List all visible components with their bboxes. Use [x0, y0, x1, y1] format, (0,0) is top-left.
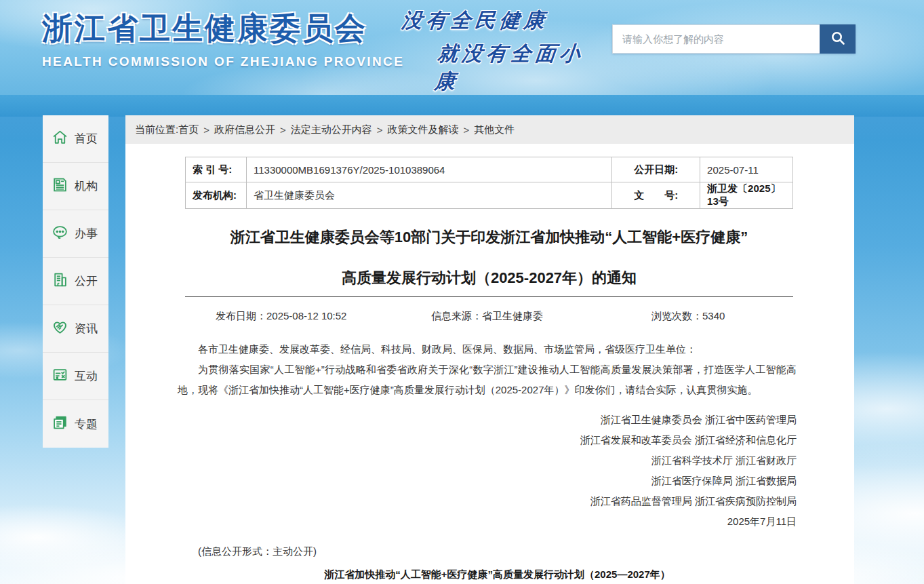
site-header: 浙江省卫生健康委员会 HEALTH COMMISSION OF ZHEJIANG… [0, 0, 924, 95]
disclosure-note: (信息公开形式：主动公开) [178, 541, 797, 562]
chat-icon [52, 224, 68, 244]
pub-date: 发布日期：2025-08-12 10:52 [216, 310, 346, 323]
sidebar-item-label: 专题 [75, 416, 98, 432]
pages-icon [52, 414, 68, 434]
home-icon [52, 129, 68, 149]
sidebar-item-label: 公开 [75, 273, 98, 289]
issuing-agency-value: 省卫生健康委员会 [246, 182, 611, 209]
issuing-agency-label: 发布机构: [186, 182, 247, 209]
signature-date: 2025年7月11日 [178, 511, 797, 532]
breadcrumb-prefix: 当前位置: [135, 123, 178, 136]
form-icon [52, 366, 68, 386]
slogan-line1: 没有全民健康 [401, 7, 607, 35]
content-panel: 当前位置: 首页 > 政府信息公开 > 法定主动公开内容 > 政策文件及解读 >… [125, 115, 854, 584]
pub-views-value: 5340 [702, 310, 725, 322]
table-row: 发布机构: 省卫生健康委员会 文 号: 浙卫发〔2025〕13号 [186, 182, 793, 209]
breadcrumb-separator: > [280, 124, 286, 136]
signature-line: 浙江省医疗保障局 浙江省数据局 [178, 471, 797, 491]
sidebar-item-label: 机构 [75, 178, 98, 194]
signature-line: 浙江省卫生健康委员会 浙江省中医药管理局 [178, 410, 797, 430]
breadcrumb-separator: > [203, 124, 209, 136]
breadcrumb: 当前位置: 首页 > 政府信息公开 > 法定主动公开内容 > 政策文件及解读 >… [125, 115, 854, 144]
breadcrumb-item-policy-docs[interactable]: 政策文件及解读 [387, 123, 458, 136]
breadcrumb-separator: > [377, 124, 383, 136]
sidebar-item-news[interactable]: 资讯 [43, 305, 108, 353]
signature-line: 浙江省科学技术厅 浙江省财政厅 [178, 450, 797, 471]
sidebar-item-services[interactable]: 办事 [43, 210, 108, 258]
search-button[interactable] [820, 24, 856, 54]
pub-info: 发布日期：2025-08-12 10:52 信息来源：省卫生健康委 浏览次数：5… [185, 310, 793, 326]
pub-views: 浏览次数：5340 [651, 310, 725, 323]
pub-date-value: 2025-08-12 10:52 [266, 310, 346, 322]
pub-source: 信息来源：省卫生健康委 [431, 310, 543, 323]
breadcrumb-separator: > [463, 124, 469, 136]
document-icon [52, 176, 68, 196]
page-title-line1: 浙江省卫生健康委员会等10部门关于印发浙江省加快推动“人工智能+医疗健康” [185, 217, 793, 258]
pub-views-label: 浏览次数： [651, 310, 702, 322]
table-row: 索 引 号: 11330000MB1691376Y/2025-101038906… [186, 157, 793, 182]
article-body: 各市卫生健康委、发展改革委、经信局、科技局、财政局、医保局、数据局、市场监管局，… [178, 339, 797, 584]
pub-date-label: 发布日期： [216, 310, 266, 322]
search-input[interactable] [612, 24, 820, 54]
sidebar: 首页 机构 办事 [43, 115, 108, 448]
signature-block: 浙江省卫生健康委员会 浙江省中医药管理局 浙江省发展和改革委员会 浙江省经济和信… [178, 410, 797, 532]
publish-date-value: 2025-07-11 [700, 157, 793, 182]
sidebar-item-home[interactable]: 首页 [43, 115, 108, 163]
site-title: 浙江省卫生健康委员会 [42, 8, 367, 49]
attachment-title: 浙江省加快推动“人工智能+医疗健康”高质量发展行动计划（2025—2027年） [178, 564, 797, 584]
paragraph-salutation: 各市卫生健康委、发展改革委、经信局、科技局、财政局、医保局、数据局、市场监管局，… [178, 339, 797, 359]
sidebar-item-label: 办事 [75, 226, 98, 241]
breadcrumb-item-gov-info[interactable]: 政府信息公开 [214, 123, 275, 136]
site-subtitle: HEALTH COMMISSION OF ZHEJIANG PROVINCE [42, 54, 404, 69]
title-divider [185, 296, 793, 297]
search-icon [830, 30, 846, 48]
breadcrumb-item-home[interactable]: 首页 [178, 123, 199, 136]
sidebar-item-orgs[interactable]: 机构 [43, 163, 108, 210]
paragraph-main: 为贯彻落实国家“人工智能+”行动战略和省委省政府关于深化“数字浙江”建设推动人工… [178, 359, 797, 400]
handshake-icon [52, 319, 68, 338]
doc-number-label: 文 号: [612, 182, 700, 209]
sidebar-item-label: 资讯 [75, 321, 98, 336]
sidebar-item-interaction[interactable]: 互动 [43, 353, 108, 400]
pub-source-value: 省卫生健康委 [482, 310, 543, 322]
slogan: 没有全民健康 就没有全面小康 [394, 7, 607, 96]
page: 浙江省卫生健康委员会 HEALTH COMMISSION OF ZHEJIANG… [0, 0, 924, 584]
doc-number-value: 浙卫发〔2025〕13号 [700, 182, 793, 209]
search-box [612, 24, 856, 54]
nav-band [0, 95, 924, 117]
page-title-line2: 高质量发展行动计划（2025-2027年）的通知 [185, 258, 793, 298]
sidebar-item-topics[interactable]: 专题 [43, 400, 108, 448]
sidebar-item-label: 互动 [75, 368, 98, 384]
sidebar-item-disclosure[interactable]: 公开 [43, 258, 108, 305]
index-number-label: 索 引 号: [186, 157, 247, 182]
sidebar-item-label: 首页 [75, 131, 98, 147]
page-title: 浙江省卫生健康委员会等10部门关于印发浙江省加快推动“人工智能+医疗健康” 高质… [185, 217, 793, 298]
doc-meta-table: 索 引 号: 11330000MB1691376Y/2025-101038906… [185, 157, 793, 209]
publish-date-label: 公开日期: [612, 157, 700, 182]
building-icon [52, 271, 68, 291]
breadcrumb-item-other-docs[interactable]: 其他文件 [474, 123, 515, 136]
breadcrumb-item-statutory[interactable]: 法定主动公开内容 [291, 123, 372, 136]
signature-line: 浙江省发展和改革委员会 浙江省经济和信息化厅 [178, 430, 797, 450]
signature-line: 浙江省药品监督管理局 浙江省疾病预防控制局 [178, 491, 797, 511]
pub-source-label: 信息来源： [431, 310, 482, 322]
index-number-value: 11330000MB1691376Y/2025-1010389064 [246, 157, 611, 182]
slogan-line2: 就没有全面小康 [433, 40, 603, 96]
